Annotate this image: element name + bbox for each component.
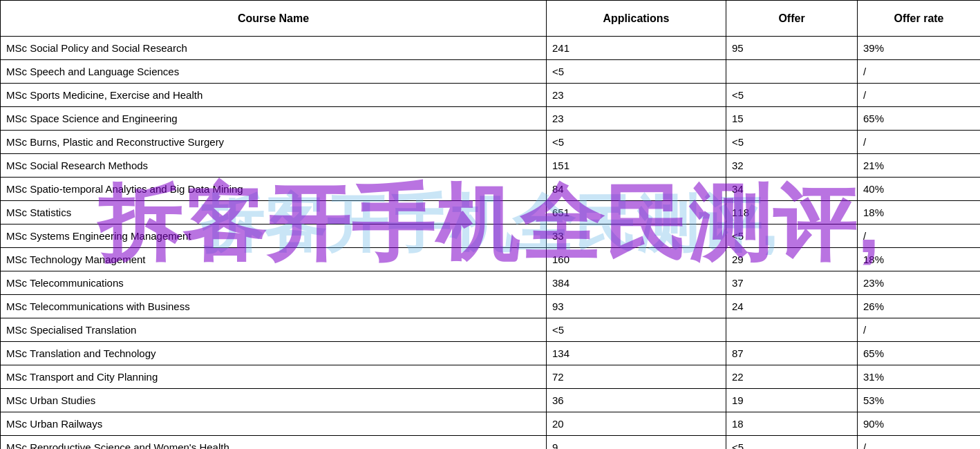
cell-course: MSc Space Science and Engineering: [1, 107, 547, 131]
cell-rate: /: [858, 318, 981, 342]
cell-rate: 65%: [858, 107, 981, 131]
cell-offer: [726, 60, 858, 84]
cell-rate: 18%: [858, 201, 981, 224]
table-row: MSc Social Research Methods1513221%: [1, 154, 981, 178]
header-offer-rate: Offer rate: [858, 1, 981, 37]
cell-offer: 87: [726, 342, 858, 365]
header-applications: Applications: [547, 1, 726, 37]
cell-applications: 33: [547, 224, 726, 248]
cell-course: MSc Social Policy and Social Research: [1, 37, 547, 60]
cell-course: MSc Urban Studies: [1, 389, 547, 412]
cell-offer: 32: [726, 154, 858, 178]
cell-rate: 31%: [858, 365, 981, 389]
cell-offer: 37: [726, 271, 858, 295]
cell-offer: 18: [726, 412, 858, 436]
cell-course: MSc Technology Management: [1, 248, 547, 271]
cell-course: MSc Social Research Methods: [1, 154, 547, 178]
cell-offer: <5: [726, 436, 858, 450]
table-row: MSc Sports Medicine, Exercise and Health…: [1, 84, 981, 107]
cell-applications: 72: [547, 365, 726, 389]
cell-course: MSc Specialised Translation: [1, 318, 547, 342]
cell-course: MSc Translation and Technology: [1, 342, 547, 365]
cell-rate: /: [858, 84, 981, 107]
cell-rate: /: [858, 60, 981, 84]
table-row: MSc Reproductive Science and Women's Hea…: [1, 436, 981, 450]
cell-applications: 134: [547, 342, 726, 365]
table-row: MSc Specialised Translation<5/: [1, 318, 981, 342]
table-row: MSc Systems Engineering Management33<5/: [1, 224, 981, 248]
table-row: MSc Technology Management1602918%: [1, 248, 981, 271]
cell-rate: /: [858, 131, 981, 154]
cell-applications: 23: [547, 84, 726, 107]
cell-offer: 15: [726, 107, 858, 131]
cell-applications: 20: [547, 412, 726, 436]
table-row: MSc Telecommunications with Business9324…: [1, 295, 981, 318]
table-row: MSc Translation and Technology1348765%: [1, 342, 981, 365]
cell-applications: 151: [547, 154, 726, 178]
cell-rate: 65%: [858, 342, 981, 365]
header-offer: Offer: [726, 1, 858, 37]
cell-offer: 118: [726, 201, 858, 224]
table-row: MSc Space Science and Engineering231565%: [1, 107, 981, 131]
cell-rate: 26%: [858, 295, 981, 318]
cell-applications: <5: [547, 131, 726, 154]
table-row: MSc Burns, Plastic and Reconstructive Su…: [1, 131, 981, 154]
cell-rate: 90%: [858, 412, 981, 436]
cell-course: MSc Reproductive Science and Women's Hea…: [1, 436, 547, 450]
cell-rate: 40%: [858, 178, 981, 201]
cell-course: MSc Spatio-temporal Analytics and Big Da…: [1, 178, 547, 201]
cell-rate: /: [858, 436, 981, 450]
cell-offer: [726, 318, 858, 342]
cell-applications: 36: [547, 389, 726, 412]
cell-rate: 39%: [858, 37, 981, 60]
cell-applications: 384: [547, 271, 726, 295]
cell-offer: <5: [726, 131, 858, 154]
table-row: MSc Urban Studies361953%: [1, 389, 981, 412]
table-row: MSc Telecommunications3843723%: [1, 271, 981, 295]
cell-rate: /: [858, 224, 981, 248]
cell-offer: 29: [726, 248, 858, 271]
cell-applications: 241: [547, 37, 726, 60]
table-row: MSc Spatio-temporal Analytics and Big Da…: [1, 178, 981, 201]
cell-offer: <5: [726, 84, 858, 107]
cell-applications: 9: [547, 436, 726, 450]
table-container: Course Name Applications Offer Offer rat…: [0, 0, 980, 449]
table-row: MSc Speech and Language Sciences<5/: [1, 60, 981, 84]
cell-course: MSc Telecommunications: [1, 271, 547, 295]
cell-applications: <5: [547, 60, 726, 84]
table-row: MSc Transport and City Planning722231%: [1, 365, 981, 389]
cell-offer: 95: [726, 37, 858, 60]
header-course: Course Name: [1, 1, 547, 37]
cell-applications: 160: [547, 248, 726, 271]
cell-applications: 651: [547, 201, 726, 224]
cell-offer: 34: [726, 178, 858, 201]
cell-course: MSc Speech and Language Sciences: [1, 60, 547, 84]
data-table: Course Name Applications Offer Offer rat…: [0, 0, 980, 449]
cell-rate: 21%: [858, 154, 981, 178]
cell-course: MSc Statistics: [1, 201, 547, 224]
table-row: MSc Social Policy and Social Research241…: [1, 37, 981, 60]
cell-applications: 93: [547, 295, 726, 318]
cell-rate: 18%: [858, 248, 981, 271]
cell-applications: 23: [547, 107, 726, 131]
cell-applications: 84: [547, 178, 726, 201]
cell-offer: 24: [726, 295, 858, 318]
cell-course: MSc Urban Railways: [1, 412, 547, 436]
table-row: MSc Urban Railways201890%: [1, 412, 981, 436]
cell-course: MSc Transport and City Planning: [1, 365, 547, 389]
cell-offer: 19: [726, 389, 858, 412]
cell-applications: <5: [547, 318, 726, 342]
cell-course: MSc Telecommunications with Business: [1, 295, 547, 318]
cell-offer: <5: [726, 224, 858, 248]
cell-course: MSc Systems Engineering Management: [1, 224, 547, 248]
cell-rate: 23%: [858, 271, 981, 295]
cell-course: MSc Burns, Plastic and Reconstructive Su…: [1, 131, 547, 154]
cell-offer: 22: [726, 365, 858, 389]
table-row: MSc Statistics65111818%: [1, 201, 981, 224]
header-row: Course Name Applications Offer Offer rat…: [1, 1, 981, 37]
cell-course: MSc Sports Medicine, Exercise and Health: [1, 84, 547, 107]
cell-rate: 53%: [858, 389, 981, 412]
